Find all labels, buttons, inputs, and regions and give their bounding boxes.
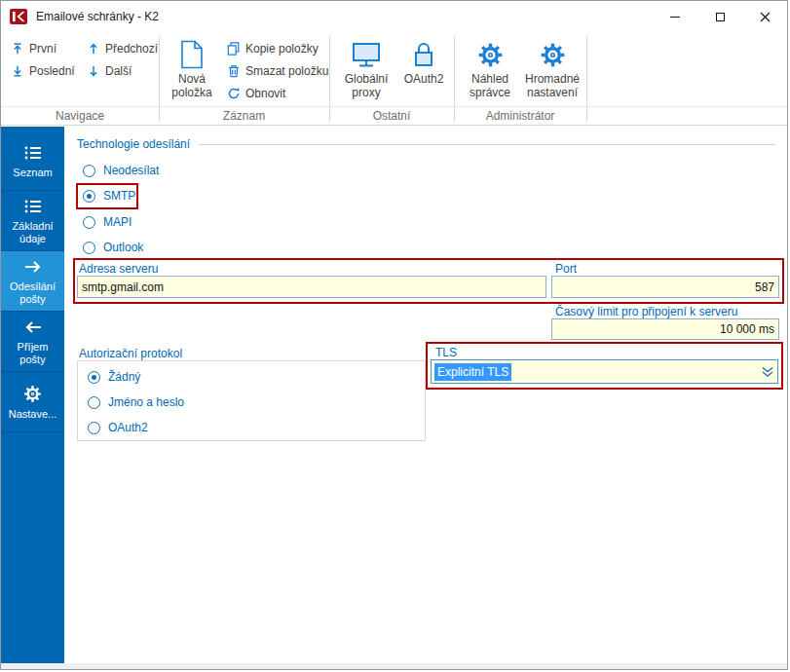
gear-icon bbox=[23, 384, 42, 405]
oauth2-button[interactable]: OAuth2 bbox=[398, 36, 449, 106]
previous-button[interactable]: Předchozí bbox=[83, 38, 162, 58]
radio-label: Žádný bbox=[108, 370, 140, 384]
radio-zadny[interactable]: Žádný bbox=[88, 369, 140, 385]
copy-icon bbox=[227, 42, 241, 56]
close-icon bbox=[760, 12, 771, 22]
auth-protocol-groupbox: Žádný Jméno a heslo OAuth2 bbox=[77, 360, 426, 441]
server-address-label: Adresa serveru bbox=[79, 262, 158, 276]
group-label-ostatni: Ostatní bbox=[329, 109, 454, 123]
radio-label: SMTP bbox=[103, 189, 135, 203]
window-title: Emailové schránky - K2 bbox=[36, 10, 159, 23]
new-item-label: Nová položka bbox=[165, 73, 219, 100]
sidebar-item-label: Seznam bbox=[11, 167, 54, 179]
first-button[interactable]: První bbox=[7, 38, 60, 58]
arrow-up-icon bbox=[87, 42, 100, 56]
app-logo-icon bbox=[9, 8, 28, 25]
sidebar-item-label: Základní údaje bbox=[1, 220, 64, 244]
radio-neodesilat[interactable]: Neodesílat bbox=[83, 163, 159, 178]
arrow-right-icon bbox=[23, 256, 43, 278]
group-label-administrator: Administrátor bbox=[454, 109, 586, 123]
list-icon bbox=[23, 142, 43, 164]
section-title: Technologie odesílání bbox=[77, 137, 190, 151]
sidebar-item-prijem-posty[interactable]: Příjem pošty bbox=[1, 312, 64, 372]
bulk-settings-label: Hromadné nastavení bbox=[521, 73, 583, 100]
server-address-input[interactable] bbox=[77, 276, 546, 298]
port-input[interactable] bbox=[551, 276, 779, 298]
timeout-input[interactable] bbox=[551, 318, 779, 340]
window-controls bbox=[653, 1, 787, 32]
radio-circle bbox=[83, 165, 95, 177]
radio-label: Outlook bbox=[103, 241, 143, 254]
radio-oauth2[interactable]: OAuth2 bbox=[88, 420, 148, 435]
form-panel: Technologie odesílání Neodesílat SMTP MA… bbox=[64, 127, 787, 663]
radio-jmeno-a-heslo[interactable]: Jméno a heslo bbox=[88, 394, 184, 410]
radio-mapi[interactable]: MAPI bbox=[83, 214, 132, 230]
app-window: Emailové schránky - K2 První Poslední Př… bbox=[0, 0, 788, 670]
gear-icon bbox=[540, 36, 566, 73]
new-item-button[interactable]: Nová položka bbox=[165, 36, 219, 106]
radio-label: MAPI bbox=[103, 215, 132, 229]
sidebar-item-odesilani-posty[interactable]: Odesílání pošty bbox=[1, 251, 64, 312]
gear-icon bbox=[477, 36, 504, 73]
titlebar: Emailové schránky - K2 bbox=[1, 1, 787, 32]
last-label: Poslední bbox=[29, 64, 75, 78]
global-proxy-label: Globální proxy bbox=[338, 73, 395, 100]
sidebar-item-label: Odesílání pošty bbox=[1, 280, 64, 305]
radio-outlook[interactable]: Outlook bbox=[83, 240, 143, 255]
next-label: Další bbox=[105, 64, 132, 78]
window-bottom-edge bbox=[1, 663, 787, 669]
previous-label: Předchozí bbox=[105, 42, 158, 56]
tls-selected-value: Explicitní TLS bbox=[434, 363, 511, 381]
section-rule bbox=[198, 144, 775, 145]
sidebar-item-seznam[interactable]: Seznam bbox=[1, 131, 64, 191]
group-label-zaznam: Záznam bbox=[159, 109, 329, 123]
close-button[interactable] bbox=[742, 1, 787, 32]
sidebar-item-nastaveni[interactable]: Nastave... bbox=[1, 372, 64, 432]
new-document-icon bbox=[180, 36, 204, 73]
group-separator bbox=[586, 36, 587, 122]
chevron-double-down-icon bbox=[761, 366, 774, 378]
radio-circle bbox=[88, 422, 100, 434]
lock-icon bbox=[412, 36, 435, 73]
port-label: Port bbox=[555, 262, 577, 276]
next-button[interactable]: Další bbox=[83, 60, 135, 81]
ribbon: První Poslední Předchozí Další Navigace … bbox=[1, 32, 787, 126]
arrow-down-bar-icon bbox=[11, 64, 24, 78]
sidebar-item-zakladni-udaje[interactable]: Základní údaje bbox=[1, 191, 64, 251]
tls-label: TLS bbox=[435, 346, 457, 359]
section-sending-technology: Technologie odesílání bbox=[77, 137, 775, 151]
refresh-label: Obnovit bbox=[245, 87, 285, 100]
minimize-icon bbox=[670, 17, 680, 18]
copy-item-label: Kopie položky bbox=[245, 42, 319, 56]
radio-smtp[interactable]: SMTP bbox=[83, 188, 135, 204]
admin-preview-label: Náhled správce bbox=[461, 73, 519, 100]
arrow-up-bar-icon bbox=[11, 42, 24, 56]
minimize-button[interactable] bbox=[653, 1, 697, 32]
radio-circle bbox=[83, 216, 95, 229]
refresh-button[interactable]: Obnovit bbox=[223, 83, 289, 103]
delete-item-button[interactable]: Smazat položku bbox=[223, 60, 332, 81]
body: Seznam Základní údaje Odesílání pošty Př… bbox=[1, 127, 787, 663]
list-icon bbox=[23, 196, 43, 217]
radio-circle bbox=[83, 242, 95, 254]
monitor-icon bbox=[351, 36, 382, 73]
copy-item-button[interactable]: Kopie položky bbox=[223, 38, 322, 58]
last-button[interactable]: Poslední bbox=[7, 60, 79, 81]
ribbon-divider bbox=[1, 106, 787, 107]
admin-preview-button[interactable]: Náhled správce bbox=[461, 36, 519, 106]
oauth2-label: OAuth2 bbox=[404, 73, 444, 87]
sidebar: Seznam Základní údaje Odesílání pošty Př… bbox=[1, 127, 64, 663]
delete-item-label: Smazat položku bbox=[245, 64, 328, 78]
maximize-icon bbox=[716, 13, 725, 21]
timeout-label: Časový limit pro připojení k serveru bbox=[555, 305, 737, 318]
arrow-down-icon bbox=[87, 64, 100, 78]
bulk-settings-button[interactable]: Hromadné nastavení bbox=[521, 36, 583, 106]
tls-select[interactable]: Explicitní TLS bbox=[431, 359, 778, 384]
global-proxy-button[interactable]: Globální proxy bbox=[338, 36, 395, 106]
maximize-button[interactable] bbox=[697, 1, 742, 32]
refresh-icon bbox=[227, 87, 241, 100]
arrow-left-icon bbox=[23, 317, 43, 338]
auth-protocol-label: Autorizační protokol bbox=[79, 347, 182, 360]
radio-label: OAuth2 bbox=[108, 421, 148, 434]
first-label: První bbox=[29, 42, 56, 56]
